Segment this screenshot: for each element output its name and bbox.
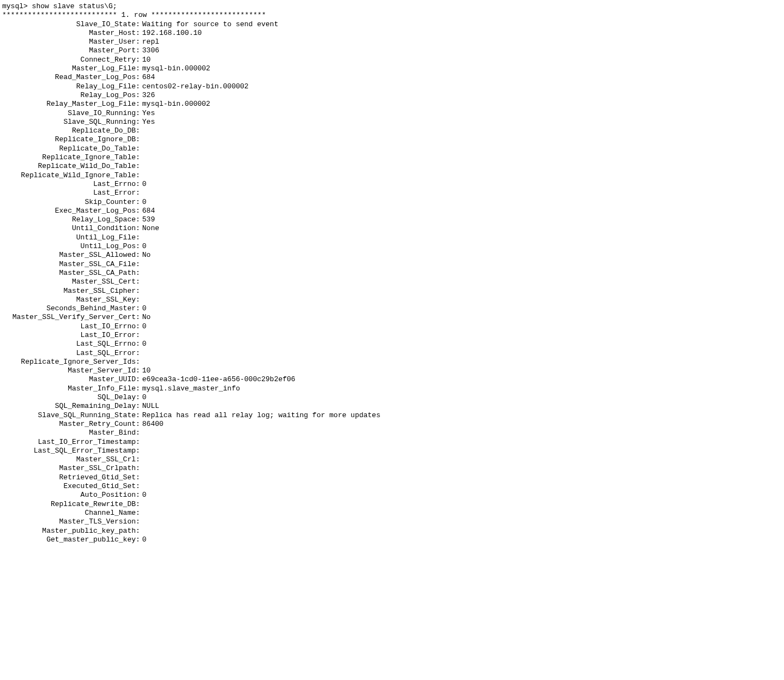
field-value: 10 [140,366,151,375]
field-value [140,260,142,269]
field-key: Master_UUID [2,375,136,384]
field-value: None [140,224,159,233]
field-separator: : [136,269,140,278]
field-value [140,189,142,197]
field-key: Get_master_public_key [2,535,136,544]
field-value: 0 [140,242,147,251]
field-key: Auto_Position [2,491,136,500]
field-value: mysql-bin.000002 [140,64,210,73]
status-field-line: Master_Bind: [2,429,782,437]
field-value [140,233,142,242]
field-separator: : [136,198,140,207]
status-field-line: Master_TLS_Version: [2,517,782,526]
field-separator: : [136,482,140,491]
field-key: Relay_Master_Log_File [2,100,136,109]
field-key: Master_Bind [2,429,136,437]
field-separator: : [136,207,140,215]
status-field-line: SQL_Remaining_Delay:NULL [2,402,782,411]
field-key: Last_SQL_Error_Timestamp [2,447,136,455]
field-separator: : [136,118,140,127]
field-key: Relay_Log_Space [2,215,136,224]
status-field-line: Master_Retry_Count:86400 [2,420,782,429]
sql-command: show slave status\G; [32,2,117,10]
field-value [140,500,142,509]
field-separator: : [136,82,140,91]
field-value [140,135,142,144]
status-field-line: Slave_IO_Running:Yes [2,109,782,118]
status-field-line: Until_Log_File: [2,233,782,242]
field-key: Last_IO_Error_Timestamp [2,438,136,447]
mysql-prompt: mysql> [2,2,32,10]
field-key: Master_SSL_Allowed [2,251,136,260]
field-key: Last_IO_Errno [2,322,136,331]
field-value: e69cea3a-1cd0-11ee-a656-000c29b2ef06 [140,375,295,384]
field-value [140,455,142,464]
field-separator: : [136,38,140,46]
status-field-line: Last_IO_Errno:0 [2,322,782,331]
field-value [140,527,142,535]
field-separator: : [136,500,140,509]
row-separator: *************************** 1. row *****… [2,11,782,20]
status-field-line: Last_Error: [2,189,782,197]
field-separator: : [136,304,140,313]
field-separator: : [136,64,140,73]
field-key: Replicate_Wild_Do_Table [2,162,136,171]
field-key: Replicate_Rewrite_DB [2,500,136,509]
field-key: Master_Log_File [2,64,136,73]
status-field-line: Connect_Retry:10 [2,56,782,64]
field-key: Slave_SQL_Running_State [2,411,136,420]
field-separator: : [136,153,140,162]
field-separator: : [136,224,140,233]
status-field-line: Master_SSL_Cert: [2,278,782,286]
field-separator: : [136,517,140,526]
field-value [140,509,142,517]
status-field-line: Last_IO_Error_Timestamp: [2,438,782,447]
status-field-line: Master_Host:192.168.100.10 [2,29,782,38]
field-value [140,153,142,162]
field-value: mysql-bin.000002 [140,100,210,109]
status-field-line: Master_UUID:e69cea3a-1cd0-11ee-a656-000c… [2,375,782,384]
field-value: 0 [140,535,147,544]
field-separator: : [136,260,140,269]
status-field-line: Replicate_Ignore_Table: [2,153,782,162]
field-value: 0 [140,340,147,348]
field-separator: : [136,135,140,144]
status-field-line: Exec_Master_Log_Pos:684 [2,207,782,215]
field-key: Last_Error [2,189,136,197]
field-value: Waiting for source to send event [140,20,279,29]
field-separator: : [136,145,140,153]
field-key: Master_Info_File [2,384,136,393]
field-key: Last_Errno [2,180,136,189]
field-separator: : [136,438,140,447]
field-key: Master_SSL_Crlpath [2,464,136,473]
field-value [140,349,142,358]
field-key: Slave_IO_State [2,20,136,29]
field-separator: : [136,100,140,109]
status-field-line: Relay_Log_Space:539 [2,215,782,224]
field-key: Master_Port [2,46,136,55]
status-field-line: Master_SSL_Cipher: [2,287,782,296]
field-value: Yes [140,109,155,118]
field-value [140,287,142,296]
status-field-line: Master_Info_File:mysql.slave_master_info [2,384,782,393]
field-value: centos02-relay-bin.000002 [140,82,249,91]
status-field-line: Replicate_Ignore_Server_Ids: [2,358,782,366]
status-field-line: Master_Server_Id:10 [2,366,782,375]
field-value [140,296,142,304]
field-separator: : [136,180,140,189]
field-separator: : [136,429,140,437]
status-field-line: Master_SSL_Key: [2,296,782,304]
field-key: Replicate_Do_Table [2,145,136,153]
field-separator: : [136,384,140,393]
status-field-line: SQL_Delay:0 [2,393,782,402]
status-field-line: Last_SQL_Error_Timestamp: [2,447,782,455]
status-field-line: Relay_Log_File:centos02-relay-bin.000002 [2,82,782,91]
status-field-line: Master_User:repl [2,38,782,46]
status-field-line: Replicate_Wild_Do_Table: [2,162,782,171]
status-field-line: Skip_Counter:0 [2,198,782,207]
field-value: 10 [140,56,151,64]
status-field-line: Channel_Name: [2,509,782,517]
field-key: Master_SSL_CA_Path [2,269,136,278]
field-value: 684 [140,73,155,82]
field-key: Until_Condition [2,224,136,233]
